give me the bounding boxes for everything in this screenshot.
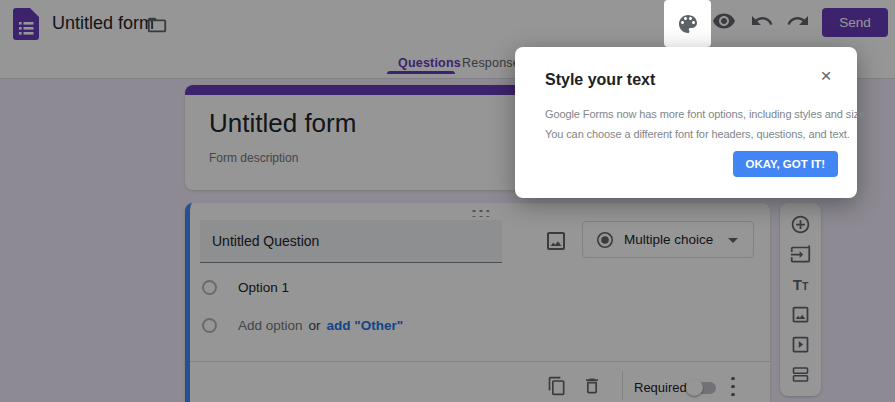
close-icon[interactable]: × xyxy=(815,65,837,87)
dialog-body: Google Forms now has more font options, … xyxy=(545,104,873,144)
dialog-body-line1: Google Forms now has more font options, … xyxy=(545,104,873,124)
dialog-title: Style your text xyxy=(545,71,655,89)
dialog-body-line2: You can choose a different font for head… xyxy=(545,124,873,144)
google-forms-editor: Untitled form Send Questions Responses U… xyxy=(0,0,895,402)
customize-theme-palette-icon[interactable] xyxy=(664,0,711,47)
okay-got-it-button[interactable]: OKAY, GOT IT! xyxy=(733,151,838,177)
style-your-text-dialog: Style your text × Google Forms now has m… xyxy=(515,47,857,198)
